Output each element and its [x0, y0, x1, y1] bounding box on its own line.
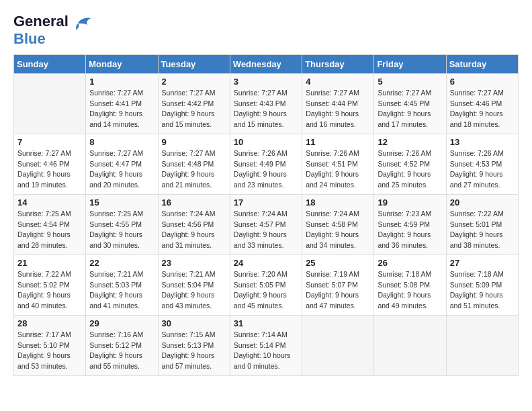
- day-cell: 18Sunrise: 7:24 AM Sunset: 4:58 PM Dayli…: [302, 194, 374, 255]
- column-header-saturday: Saturday: [446, 54, 518, 73]
- day-info: Sunrise: 7:14 AM Sunset: 5:14 PM Dayligh…: [234, 330, 298, 372]
- day-cell: 30Sunrise: 7:15 AM Sunset: 5:13 PM Dayli…: [158, 315, 230, 375]
- day-cell: 27Sunrise: 7:18 AM Sunset: 5:09 PM Dayli…: [446, 255, 518, 315]
- day-cell: 16Sunrise: 7:24 AM Sunset: 4:56 PM Dayli…: [158, 194, 230, 255]
- day-cell: 23Sunrise: 7:21 AM Sunset: 5:04 PM Dayli…: [158, 255, 230, 315]
- day-info: Sunrise: 7:21 AM Sunset: 5:03 PM Dayligh…: [89, 269, 154, 312]
- day-info: Sunrise: 7:15 AM Sunset: 5:13 PM Dayligh…: [162, 330, 226, 372]
- day-number: 30: [162, 318, 226, 328]
- column-header-wednesday: Wednesday: [230, 54, 302, 73]
- day-cell: [14, 73, 86, 134]
- day-info: Sunrise: 7:24 AM Sunset: 4:56 PM Dayligh…: [162, 209, 226, 251]
- day-info: Sunrise: 7:26 AM Sunset: 4:51 PM Dayligh…: [306, 148, 370, 191]
- calendar-table: SundayMondayTuesdayWednesdayThursdayFrid…: [13, 54, 519, 376]
- day-number: 26: [378, 258, 442, 268]
- day-info: Sunrise: 7:24 AM Sunset: 4:58 PM Dayligh…: [306, 209, 370, 251]
- calendar-header-row: SundayMondayTuesdayWednesdayThursdayFrid…: [14, 54, 519, 73]
- week-row-2: 7Sunrise: 7:27 AM Sunset: 4:46 PM Daylig…: [14, 134, 519, 194]
- day-cell: 4Sunrise: 7:27 AM Sunset: 4:44 PM Daylig…: [302, 73, 374, 134]
- day-cell: 31Sunrise: 7:14 AM Sunset: 5:14 PM Dayli…: [230, 315, 302, 375]
- day-cell: 5Sunrise: 7:27 AM Sunset: 4:45 PM Daylig…: [374, 73, 446, 134]
- day-info: Sunrise: 7:22 AM Sunset: 5:01 PM Dayligh…: [450, 209, 515, 251]
- day-cell: 9Sunrise: 7:27 AM Sunset: 4:48 PM Daylig…: [158, 134, 230, 194]
- day-number: 27: [450, 258, 515, 268]
- day-number: 28: [17, 318, 82, 328]
- day-number: 1: [89, 77, 154, 87]
- day-cell: 8Sunrise: 7:27 AM Sunset: 4:47 PM Daylig…: [86, 134, 158, 194]
- day-cell: 12Sunrise: 7:26 AM Sunset: 4:52 PM Dayli…: [374, 134, 446, 194]
- column-header-monday: Monday: [86, 54, 158, 73]
- day-info: Sunrise: 7:25 AM Sunset: 4:55 PM Dayligh…: [89, 209, 154, 251]
- day-number: 16: [162, 197, 226, 208]
- day-info: Sunrise: 7:27 AM Sunset: 4:42 PM Dayligh…: [162, 88, 226, 130]
- day-cell: 20Sunrise: 7:22 AM Sunset: 5:01 PM Dayli…: [446, 194, 518, 255]
- day-cell: 29Sunrise: 7:16 AM Sunset: 5:12 PM Dayli…: [86, 315, 158, 375]
- day-cell: 21Sunrise: 7:22 AM Sunset: 5:02 PM Dayli…: [14, 255, 86, 315]
- day-info: Sunrise: 7:23 AM Sunset: 4:59 PM Dayligh…: [378, 209, 442, 251]
- day-number: 11: [306, 137, 370, 147]
- day-cell: 22Sunrise: 7:21 AM Sunset: 5:03 PM Dayli…: [86, 255, 158, 315]
- page-header: General Blue: [13, 13, 519, 48]
- day-cell: 11Sunrise: 7:26 AM Sunset: 4:51 PM Dayli…: [302, 134, 374, 194]
- logo: General Blue: [13, 13, 94, 48]
- day-number: 21: [17, 258, 82, 268]
- day-info: Sunrise: 7:27 AM Sunset: 4:46 PM Dayligh…: [450, 88, 515, 130]
- day-cell: 1Sunrise: 7:27 AM Sunset: 4:41 PM Daylig…: [86, 73, 158, 134]
- day-number: 2: [162, 77, 226, 87]
- column-header-sunday: Sunday: [14, 54, 86, 73]
- day-info: Sunrise: 7:25 AM Sunset: 4:54 PM Dayligh…: [17, 209, 82, 251]
- day-info: Sunrise: 7:21 AM Sunset: 5:04 PM Dayligh…: [162, 269, 226, 312]
- day-info: Sunrise: 7:22 AM Sunset: 5:02 PM Dayligh…: [17, 269, 82, 312]
- day-cell: [446, 315, 518, 375]
- day-cell: 28Sunrise: 7:17 AM Sunset: 5:10 PM Dayli…: [14, 315, 86, 375]
- day-number: 6: [450, 77, 515, 87]
- day-info: Sunrise: 7:27 AM Sunset: 4:47 PM Dayligh…: [89, 148, 154, 191]
- day-number: 9: [162, 137, 226, 147]
- day-info: Sunrise: 7:20 AM Sunset: 5:05 PM Dayligh…: [234, 269, 298, 312]
- day-cell: 15Sunrise: 7:25 AM Sunset: 4:55 PM Dayli…: [86, 194, 158, 255]
- day-cell: 6Sunrise: 7:27 AM Sunset: 4:46 PM Daylig…: [446, 73, 518, 134]
- day-number: 24: [234, 258, 298, 268]
- day-number: 4: [306, 77, 370, 87]
- day-info: Sunrise: 7:27 AM Sunset: 4:46 PM Dayligh…: [17, 148, 82, 191]
- day-info: Sunrise: 7:26 AM Sunset: 4:52 PM Dayligh…: [378, 148, 442, 191]
- day-cell: [374, 315, 446, 375]
- day-cell: 13Sunrise: 7:26 AM Sunset: 4:53 PM Dayli…: [446, 134, 518, 194]
- day-number: 20: [450, 197, 515, 208]
- day-number: 29: [89, 318, 154, 328]
- day-number: 23: [162, 258, 226, 268]
- day-info: Sunrise: 7:17 AM Sunset: 5:10 PM Dayligh…: [17, 330, 82, 372]
- day-info: Sunrise: 7:18 AM Sunset: 5:08 PM Dayligh…: [378, 269, 442, 312]
- day-info: Sunrise: 7:27 AM Sunset: 4:44 PM Dayligh…: [306, 88, 370, 130]
- day-number: 7: [17, 137, 82, 147]
- week-row-1: 1Sunrise: 7:27 AM Sunset: 4:41 PM Daylig…: [14, 73, 519, 134]
- column-header-thursday: Thursday: [302, 54, 374, 73]
- day-number: 17: [234, 197, 298, 208]
- day-number: 31: [234, 318, 298, 328]
- week-row-5: 28Sunrise: 7:17 AM Sunset: 5:10 PM Dayli…: [14, 315, 519, 375]
- day-cell: 2Sunrise: 7:27 AM Sunset: 4:42 PM Daylig…: [158, 73, 230, 134]
- day-info: Sunrise: 7:27 AM Sunset: 4:43 PM Dayligh…: [234, 88, 298, 130]
- day-cell: 3Sunrise: 7:27 AM Sunset: 4:43 PM Daylig…: [230, 73, 302, 134]
- column-header-friday: Friday: [374, 54, 446, 73]
- day-cell: 25Sunrise: 7:19 AM Sunset: 5:07 PM Dayli…: [302, 255, 374, 315]
- day-info: Sunrise: 7:27 AM Sunset: 4:41 PM Dayligh…: [89, 88, 154, 130]
- day-info: Sunrise: 7:26 AM Sunset: 4:49 PM Dayligh…: [234, 148, 298, 191]
- day-number: 5: [378, 77, 442, 87]
- day-info: Sunrise: 7:27 AM Sunset: 4:48 PM Dayligh…: [162, 148, 226, 191]
- day-number: 25: [306, 258, 370, 268]
- day-cell: 26Sunrise: 7:18 AM Sunset: 5:08 PM Dayli…: [374, 255, 446, 315]
- day-number: 15: [89, 197, 154, 208]
- column-header-tuesday: Tuesday: [158, 54, 230, 73]
- day-cell: 14Sunrise: 7:25 AM Sunset: 4:54 PM Dayli…: [14, 194, 86, 255]
- day-number: 3: [234, 77, 298, 87]
- day-info: Sunrise: 7:26 AM Sunset: 4:53 PM Dayligh…: [450, 148, 515, 191]
- day-number: 22: [89, 258, 154, 268]
- logo-bird-icon: [73, 14, 94, 33]
- day-number: 19: [378, 197, 442, 208]
- day-cell: 19Sunrise: 7:23 AM Sunset: 4:59 PM Dayli…: [374, 194, 446, 255]
- day-cell: [302, 315, 374, 375]
- day-cell: 24Sunrise: 7:20 AM Sunset: 5:05 PM Dayli…: [230, 255, 302, 315]
- day-info: Sunrise: 7:16 AM Sunset: 5:12 PM Dayligh…: [89, 330, 154, 372]
- day-number: 8: [89, 137, 154, 147]
